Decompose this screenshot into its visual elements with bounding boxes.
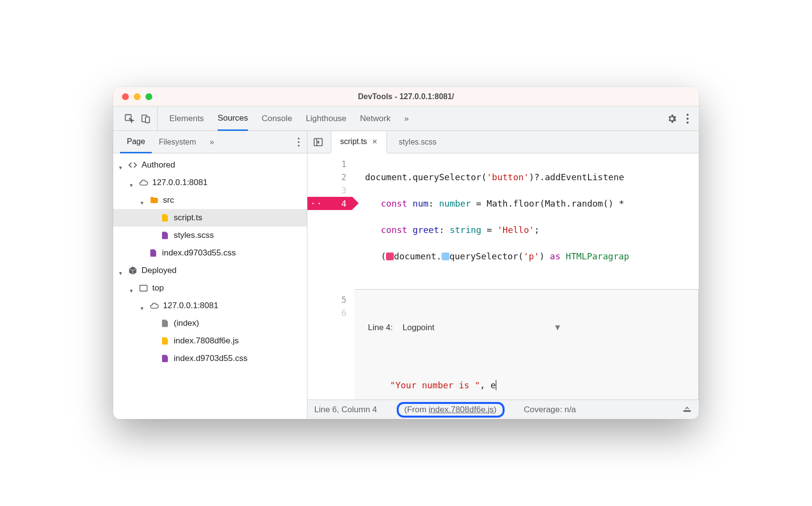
tree-label: Authored [142,160,175,170]
tree-label: script.ts [174,213,203,223]
close-tab-icon[interactable]: ✕ [372,138,378,146]
navigator-sidebar: Page Filesystem » Authored 127.0.0.1:808… [113,131,307,419]
line-number[interactable]: 2 [307,170,346,184]
logpoint-expression-input[interactable]: "Your number is ", e [354,363,698,400]
tree-file-script-ts[interactable]: script.ts [113,209,307,227]
sidebar-tab-strip: Page Filesystem » [113,131,307,153]
code-text[interactable]: document.querySelector('button')?.addEve… [354,153,699,400]
svg-rect-11 [684,410,690,411]
tree-host-authored[interactable]: 127.0.0.1:8081 [113,174,307,191]
editor-panel: script.ts ✕ styles.scss 1 2 3 4 5 6 docu [307,131,699,419]
window-title: DevTools - 127.0.0.1:8081/ [113,92,699,101]
js-file-icon [160,213,170,223]
cloud-icon [139,178,148,188]
coverage-status: Coverage: n/a [524,405,576,415]
line-number[interactable]: 1 [307,157,346,170]
cursor-position: Line 6, Column 4 [314,405,377,415]
svg-point-4 [687,117,689,119]
sidebar-tabs-overflow-icon[interactable]: » [203,131,221,153]
sourcemap-origin[interactable]: (From index.7808df6e.js) [397,402,505,418]
tree-label: styles.scss [174,231,214,240]
svg-point-8 [298,145,300,147]
sourcemap-marker-icon [442,253,449,260]
tree-label: top [152,283,164,293]
tab-lighthouse[interactable]: Lighthouse [306,106,346,130]
sidebar-tab-page[interactable]: Page [120,131,152,153]
line-number[interactable]: 6 [307,306,346,319]
tree-label: index.d9703d55.css [174,354,247,363]
editor-tab-styles-scss[interactable]: styles.scss [390,131,445,153]
minimize-window-button[interactable] [134,93,141,100]
svg-rect-9 [140,285,147,291]
css-file-icon [160,354,170,363]
line-number[interactable]: 5 [307,293,346,306]
editor-status-bar: Line 6, Column 4 (From index.7808df6e.js… [307,400,699,419]
sourcemap-marker-icon [386,253,394,260]
svg-point-6 [298,137,300,139]
tree-folder-src[interactable]: src [113,191,307,209]
titlebar: DevTools - 127.0.0.1:8081/ [113,87,699,106]
more-options-icon[interactable] [686,113,689,124]
tree-label: 127.0.0.1:8081 [152,178,207,188]
dropdown-icon[interactable]: ▼ [553,321,562,334]
logpoint-marker[interactable]: 4 [307,197,352,210]
tabs-overflow-icon[interactable]: » [404,106,408,130]
tree-file-index-css-authored[interactable]: index.d9703d55.css [113,244,307,262]
tab-sources[interactable]: Sources [218,107,248,131]
svg-point-5 [687,121,689,123]
sourcemap-origin-link[interactable]: index.7808df6e.js [429,405,494,414]
logpoint-editor: Line 4: Logpoint ▼ "Your number is ", e … [354,289,699,400]
box-icon [128,266,138,275]
sidebar-more-icon[interactable] [297,137,307,147]
settings-icon[interactable] [667,113,677,124]
maximize-window-button[interactable] [145,93,152,100]
tree-deployed[interactable]: Deployed [113,262,307,279]
logpoint-type-select[interactable]: Logpoint [403,321,434,334]
tree-file-index-js[interactable]: index.7808df6e.js [113,332,307,350]
editor-tab-strip: script.ts ✕ styles.scss [307,131,699,153]
svg-point-7 [298,141,300,143]
tab-console[interactable]: Console [262,106,292,130]
tree-label: Deployed [142,266,177,275]
css-file-icon [148,248,158,258]
file-icon [160,318,170,328]
drawer-toggle-icon[interactable] [682,405,692,415]
close-window-button[interactable] [122,93,129,100]
tree-file-index[interactable]: (index) [113,315,307,332]
tree-label: (index) [174,318,199,328]
traffic-lights [113,93,152,100]
main-tab-strip: Elements Sources Console Lighthouse Netw… [113,106,699,131]
line-number[interactable]: 3 [307,184,346,197]
cloud-icon [149,301,159,311]
editor-tab-label: styles.scss [399,138,436,147]
tree-label: index.d9703d55.css [162,248,236,258]
tree-frame-top[interactable]: top [113,279,307,297]
tree-label: src [163,195,174,205]
tree-authored[interactable]: Authored [113,156,307,174]
editor-tab-label: script.ts [340,137,367,146]
tab-network[interactable]: Network [360,106,390,130]
css-file-icon [160,231,170,240]
logpoint-line-label: Line 4: [368,321,393,334]
js-file-icon [160,336,170,346]
tree-file-styles-scss[interactable]: styles.scss [113,227,307,244]
svg-point-3 [687,113,689,115]
sidebar-tab-filesystem[interactable]: Filesystem [152,131,203,153]
file-tree: Authored 127.0.0.1:8081 src script.ts [113,153,307,419]
tree-label: 127.0.0.1:8081 [163,301,218,311]
editor-tab-script-ts[interactable]: script.ts ✕ [331,131,387,153]
tree-label: index.7808df6e.js [174,336,239,346]
tab-elements[interactable]: Elements [169,106,204,130]
line-gutter[interactable]: 1 2 3 4 5 6 [307,153,354,400]
inspect-icon[interactable] [124,113,135,124]
device-toggle-icon[interactable] [141,113,151,124]
tree-host-deployed[interactable]: 127.0.0.1:8081 [113,297,307,315]
toggle-navigator-icon[interactable] [311,135,325,149]
folder-icon [149,195,159,205]
tree-file-index-css-deployed[interactable]: index.d9703d55.css [113,350,307,367]
devtools-window: DevTools - 127.0.0.1:8081/ Elements Sour… [113,87,699,419]
frame-icon [139,283,148,293]
svg-rect-2 [145,117,149,123]
code-editor[interactable]: 1 2 3 4 5 6 document.querySelector('butt… [307,153,699,400]
code-icon [128,160,138,170]
